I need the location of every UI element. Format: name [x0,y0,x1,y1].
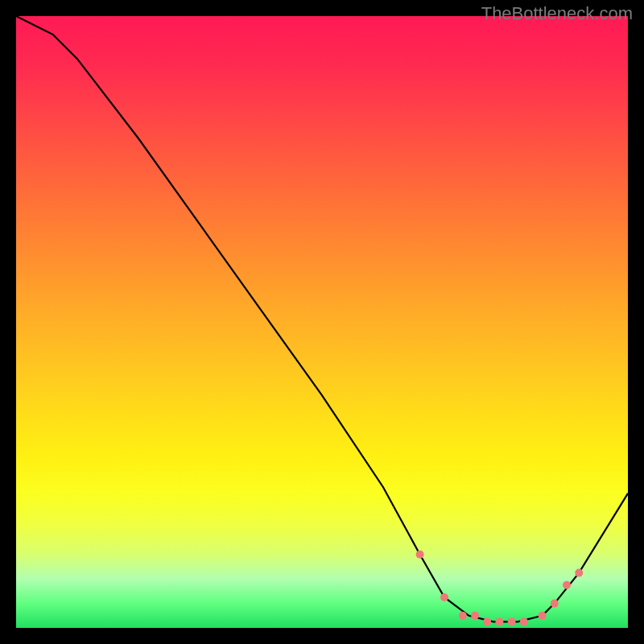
watermark-text: TheBottleneck.com [481,3,633,24]
chart-background-gradient [16,16,628,628]
